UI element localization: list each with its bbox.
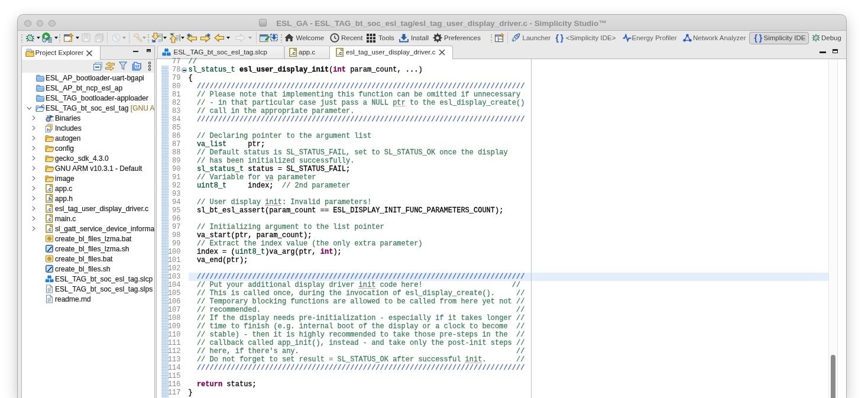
svg-text:.c: .c	[47, 226, 51, 232]
svg-text:.c: .c	[291, 50, 296, 56]
svg-text:C: C	[41, 103, 44, 109]
svg-text:.c: .c	[47, 206, 51, 212]
svg-text:.c: .c	[47, 186, 51, 192]
svg-text:.c: .c	[47, 216, 51, 222]
svg-text:SI: SI	[136, 64, 138, 67]
svg-text:h: h	[47, 127, 50, 132]
svg-text:.h: .h	[47, 196, 52, 202]
svg-text:.c: .c	[338, 50, 342, 56]
svg-text:01: 01	[50, 118, 54, 122]
